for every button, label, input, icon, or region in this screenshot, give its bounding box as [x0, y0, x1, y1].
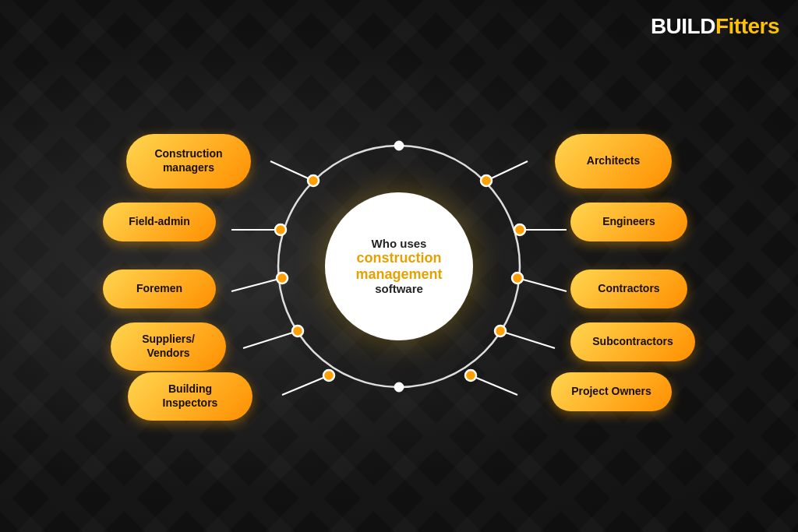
- diagram-container: Who uses constructionmanagement software…: [79, 41, 719, 492]
- pill-architects: Architects: [555, 134, 672, 188]
- svg-point-14: [292, 326, 303, 336]
- svg-point-22: [394, 382, 404, 392]
- pill-subcontractors: Subcontractors: [570, 322, 695, 361]
- svg-line-9: [500, 331, 555, 348]
- logo-fitters: Fitters: [715, 14, 779, 38]
- pill-contractors: Contractors: [570, 270, 687, 308]
- svg-line-3: [231, 278, 282, 291]
- logo-build: BUILD: [651, 14, 715, 38]
- pill-project-owners: Project Owners: [551, 372, 672, 411]
- svg-line-5: [282, 375, 329, 395]
- svg-point-17: [514, 224, 525, 235]
- pill-construction-managers: Constructionmanagers: [126, 134, 251, 188]
- pill-building-inspectors: BuildingInspectors: [128, 372, 252, 421]
- svg-line-10: [471, 375, 517, 395]
- pill-field-admin: Field-admin: [103, 203, 216, 241]
- center-who-text: Who uses: [372, 237, 427, 250]
- pill-suppliers-vendors: Suppliers/Vendors: [111, 322, 226, 371]
- svg-point-11: [308, 175, 319, 186]
- svg-point-15: [323, 370, 334, 381]
- svg-line-1: [270, 161, 313, 181]
- svg-point-16: [481, 175, 492, 186]
- svg-point-19: [495, 326, 506, 336]
- svg-line-4: [243, 331, 298, 348]
- svg-point-13: [277, 273, 288, 284]
- svg-point-21: [394, 141, 404, 150]
- logo: BUILDFitters: [651, 14, 779, 39]
- svg-line-8: [517, 278, 567, 291]
- svg-line-6: [486, 161, 528, 181]
- svg-point-20: [465, 370, 476, 381]
- svg-point-18: [512, 273, 523, 284]
- center-main-text: constructionmanagement: [355, 250, 442, 282]
- center-software-text: software: [375, 282, 423, 295]
- svg-point-12: [275, 224, 286, 235]
- pill-engineers: Engineers: [570, 203, 687, 241]
- pill-foremen: Foremen: [103, 270, 216, 308]
- center-circle: Who uses constructionmanagement software: [325, 192, 473, 340]
